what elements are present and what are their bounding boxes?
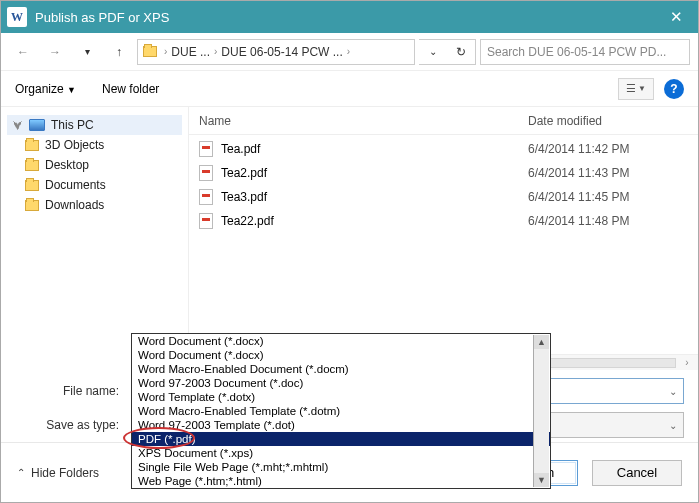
pdf-icon [199,165,213,181]
chevron-right-icon: › [162,46,169,57]
breadcrumb-part[interactable]: DUE ... [171,45,210,59]
savetype-option[interactable]: Word Macro-Enabled Template (*.dotm) [132,404,550,418]
pdf-icon [199,141,213,157]
breadcrumb-buttons: ⌄ ↻ [419,39,476,65]
table-row[interactable]: Tea22.pdf 6/4/2014 11:48 PM [189,209,698,233]
list-body[interactable]: Tea.pdf 6/4/2014 11:42 PM Tea2.pdf 6/4/2… [189,135,698,354]
savetype-option[interactable]: Word 97-2003 Template (*.dot) [132,418,550,432]
table-row[interactable]: Tea.pdf 6/4/2014 11:42 PM [189,137,698,161]
word-icon: W [7,7,27,27]
chevron-down-icon[interactable]: ⌄ [663,386,683,397]
nav-up-button[interactable]: ↑ [105,39,133,65]
folder-icon [142,44,158,60]
caret-right-icon: ⮟ [13,120,23,131]
tree-item[interactable]: Documents [7,175,182,195]
new-folder-button[interactable]: New folder [102,82,159,96]
chevron-down-icon: ▼ [67,85,76,95]
pdf-icon [199,189,213,205]
tree-item-label: Downloads [45,198,104,212]
chevron-down-icon[interactable]: ⌄ [669,420,677,431]
folder-icon [25,140,39,151]
file-date: 6/4/2014 11:48 PM [528,214,698,228]
refresh-button[interactable]: ↻ [447,40,475,64]
savetype-option[interactable]: Word Template (*.dotx) [132,390,550,404]
nav-row: ← → ▾ ↑ › DUE ... › DUE 06-05-14 PCW ...… [1,33,698,71]
savetype-option[interactable]: Single File Web Page (*.mht;*.mhtml) [132,460,550,474]
tree-item[interactable]: Desktop [7,155,182,175]
file-name: Tea22.pdf [221,214,274,228]
breadcrumb[interactable]: › DUE ... › DUE 06-05-14 PCW ... › [137,39,415,65]
hide-folders-label: Hide Folders [31,466,99,480]
folder-icon [25,200,39,211]
file-list: Name Date modified Tea.pdf 6/4/2014 11:4… [189,107,698,370]
scroll-down-icon[interactable]: ▼ [534,473,549,487]
tree-item[interactable]: Downloads [7,195,182,215]
nav-forward-button[interactable]: → [41,39,69,65]
help-button[interactable]: ? [664,79,684,99]
tree-item-label: This PC [51,118,94,132]
pc-icon [29,119,45,131]
folder-icon [25,180,39,191]
table-row[interactable]: Tea3.pdf 6/4/2014 11:45 PM [189,185,698,209]
file-date: 6/4/2014 11:45 PM [528,190,698,204]
scroll-up-icon[interactable]: ▲ [534,335,549,349]
savetype-option[interactable]: Word Document (*.docx) [132,334,550,348]
savetype-option[interactable]: Word Macro-Enabled Document (*.docm) [132,362,550,376]
chevron-right-icon: › [212,46,219,57]
savetype-label: Save as type: [15,418,125,432]
chevron-up-icon: ⌃ [17,467,25,478]
savetype-option[interactable]: Word 97-2003 Document (*.doc) [132,376,550,390]
organize-row: Organize ▼ New folder ☰ ▼ ? [1,71,698,107]
savetype-option[interactable]: Web Page (*.htm;*.html) [132,474,550,488]
view-options-button[interactable]: ☰ ▼ [618,78,654,100]
file-name: Tea2.pdf [221,166,267,180]
cancel-button[interactable]: Cancel [592,460,682,486]
tree-item[interactable]: 3D Objects [7,135,182,155]
folder-icon [25,160,39,171]
search-input[interactable] [487,45,683,59]
close-button[interactable]: ✕ [654,1,698,33]
breadcrumb-dropdown-button[interactable]: ⌄ [419,40,447,64]
titlebar: W Publish as PDF or XPS ✕ [1,1,698,33]
column-name[interactable]: Name [199,114,528,128]
filename-label: File name: [15,384,125,398]
list-header[interactable]: Name Date modified [189,107,698,135]
file-name: Tea3.pdf [221,190,267,204]
dropdown-scrollbar[interactable]: ▲▼ [533,335,549,487]
savetype-option[interactable]: Word Document (*.docx) [132,348,550,362]
dialog-window: W Publish as PDF or XPS ✕ ← → ▾ ↑ › DUE … [0,0,699,503]
nav-recent-button[interactable]: ▾ [73,39,101,65]
chevron-right-icon: › [345,46,352,57]
file-date: 6/4/2014 11:43 PM [528,166,698,180]
content-area: ⮟ This PC 3D Objects Desktop Documents D… [1,107,698,370]
pdf-icon [199,213,213,229]
file-date: 6/4/2014 11:42 PM [528,142,698,156]
organize-menu[interactable]: Organize ▼ [15,82,76,96]
search-box[interactable] [480,39,690,65]
scroll-right-icon[interactable]: › [680,357,694,368]
table-row[interactable]: Tea2.pdf 6/4/2014 11:43 PM [189,161,698,185]
savetype-option[interactable]: PDF (*.pdf) [132,432,550,446]
breadcrumb-part[interactable]: DUE 06-05-14 PCW ... [221,45,342,59]
hide-folders-button[interactable]: ⌃ Hide Folders [17,466,99,480]
savetype-option[interactable]: XPS Document (*.xps) [132,446,550,460]
column-date[interactable]: Date modified [528,114,698,128]
chevron-down-icon: ▼ [638,84,646,93]
tree-this-pc[interactable]: ⮟ This PC [7,115,182,135]
tree-item-label: Documents [45,178,106,192]
window-title: Publish as PDF or XPS [35,10,654,25]
tree-item-label: Desktop [45,158,89,172]
file-name: Tea.pdf [221,142,260,156]
savetype-dropdown[interactable]: Word Document (*.docx)Word Document (*.d… [131,333,551,489]
tree-item-label: 3D Objects [45,138,104,152]
nav-tree[interactable]: ⮟ This PC 3D Objects Desktop Documents D… [1,107,189,370]
nav-back-button[interactable]: ← [9,39,37,65]
